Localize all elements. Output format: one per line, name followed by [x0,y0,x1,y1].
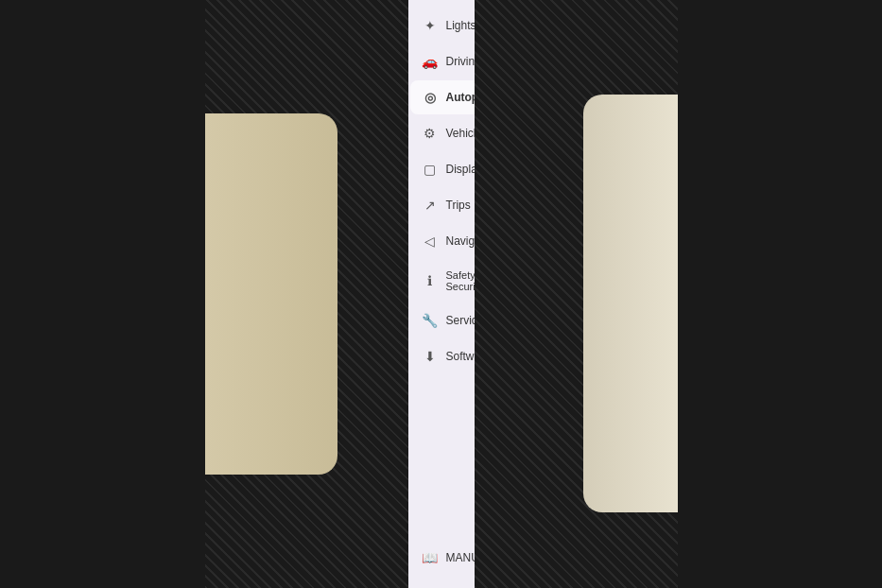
lights-label: Lights [446,19,476,32]
safety-icon: ℹ [422,273,439,288]
service-icon: 🔧 [422,313,439,328]
trips-icon: ↗ [422,198,439,213]
manual-icon: 📖 [422,550,439,565]
leather-seat-left [205,113,337,475]
vehicle-icon: ⚙ [422,126,439,141]
driving-icon: 🚗 [422,54,439,69]
leather-seat-right [583,95,678,512]
autopilot-icon: ◎ [422,90,439,105]
software-icon: ⬇ [422,349,439,364]
navigation-icon: ◁ [422,233,439,249]
trips-label: Trips [446,199,471,212]
lights-icon: ✦ [422,18,439,33]
display-icon: ▢ [422,162,439,177]
